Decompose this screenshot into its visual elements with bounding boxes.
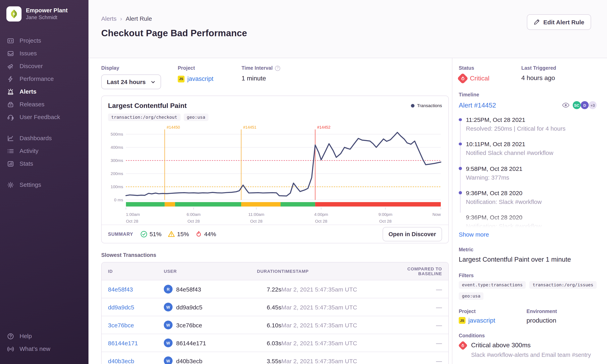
releases-icon xyxy=(7,101,14,108)
org-switcher[interactable]: Empower Plant Jane Schmidt xyxy=(0,6,88,22)
timestamp-value: Mar 2, 2021 5:47:35am UTC xyxy=(281,286,383,293)
content: Display Last 24 hours Project JS javascr… xyxy=(88,58,607,364)
sidebar-item-label: Releases xyxy=(20,101,44,108)
display-label: Display xyxy=(101,65,178,71)
svg-text:Oct 28: Oct 28 xyxy=(250,219,262,223)
warning-triangle-icon xyxy=(168,230,175,237)
avatar: W xyxy=(164,321,173,329)
metric-label: Metric xyxy=(459,247,597,253)
project-link[interactable]: javascript xyxy=(468,317,495,324)
legend-dot-icon xyxy=(411,104,415,107)
issues-icon xyxy=(7,50,14,57)
timeline-time: 9:58PM, Oct 28 2021 xyxy=(466,165,597,172)
breadcrumb-alerts-link[interactable]: Alerts xyxy=(101,15,117,22)
sidebar-item-label: What’s new xyxy=(20,345,50,352)
open-in-discover-button[interactable]: Open in Discover xyxy=(382,227,442,241)
timeline-participants: SC D +3 xyxy=(562,101,597,109)
sidebar-item-releases[interactable]: Releases xyxy=(0,98,88,111)
table-row: d40b3ecb Wd40b3ecb 3.55s Mar 2, 2021 5:4… xyxy=(102,352,448,364)
timeline-desc: Notification: Slack #workflow xyxy=(466,198,597,206)
svg-text:11:00am: 11:00am xyxy=(248,212,264,217)
summary-label: SUMMARY xyxy=(108,232,133,236)
chevron-down-icon xyxy=(150,79,155,84)
sidebar-item-label: Projects xyxy=(20,37,41,44)
help-circle-icon[interactable]: ? xyxy=(275,65,280,71)
project-link[interactable]: javascript xyxy=(187,75,214,82)
sidebar-item-help[interactable]: Help xyxy=(0,330,88,342)
slowest-transactions-table: ID USER DURATION TIMESTAMP COMPARED TO B… xyxy=(101,262,449,364)
chevron-right-icon: › xyxy=(120,15,122,22)
baseline-value: — xyxy=(383,286,442,293)
show-more-link[interactable]: Show more xyxy=(459,231,489,238)
user-name: 86144e171 xyxy=(176,339,206,346)
lcp-chart-card: Largest Contentful Paint transaction:/or… xyxy=(101,96,449,243)
app-root: Empower Plant Jane Schmidt Projects Issu… xyxy=(0,0,607,364)
environment-value: production xyxy=(526,317,557,324)
javascript-platform-icon: JS xyxy=(459,317,466,324)
svg-text:9:00pm: 9:00pm xyxy=(378,212,392,217)
duration-value: 6.10s xyxy=(243,322,281,328)
display-range-value: Last 24 hours xyxy=(107,78,146,85)
timeline-time: 9:36PM, Oct 28 2020 xyxy=(466,190,597,196)
timeline-desc: Notified Slack channel #workflow xyxy=(466,149,597,157)
display-range-dropdown[interactable]: Last 24 hours xyxy=(101,75,161,89)
duration-value: 6.03s xyxy=(243,339,281,346)
col-baseline: COMPARED TO BASELINE xyxy=(383,266,442,276)
sidebar-item-activity[interactable]: Activity xyxy=(0,144,88,157)
critical-fire-icon xyxy=(457,73,469,84)
condition-actions: Slack #workflow-alerts and Email team #s… xyxy=(471,351,597,358)
filter-pill: transaction:/org/issues xyxy=(529,281,597,288)
environment-label: Environment xyxy=(526,309,557,314)
user-name: 3ce76bce xyxy=(176,322,202,328)
svg-text:Oct 28: Oct 28 xyxy=(379,219,391,223)
sidebar-item-issues[interactable]: Issues xyxy=(0,47,88,60)
lcp-line-chart[interactable]: 0 ms100ms200ms300ms400ms500ms#14450#1445… xyxy=(108,122,442,225)
transaction-id-link[interactable]: d40b3ecb xyxy=(108,357,134,364)
user-name: dd9a9dc5 xyxy=(176,304,202,311)
conditions-label: Conditions xyxy=(459,333,597,338)
transaction-id-link[interactable]: dd9a9dc5 xyxy=(108,304,134,311)
org-name: Empower Plant xyxy=(26,7,68,14)
timeline-label: Timeline xyxy=(459,92,597,98)
sidebar-item-settings[interactable]: Settings xyxy=(0,178,88,191)
sidebar-item-label: Performance xyxy=(20,75,54,82)
sidebar-item-user-feedback[interactable]: User Feedback xyxy=(0,111,88,123)
avatar: W xyxy=(164,356,173,364)
sidebar-item-performance[interactable]: Performance xyxy=(0,73,88,85)
last-triggered-value: 4 hours ago xyxy=(521,75,556,82)
breadcrumb: Alerts › Alert Rule xyxy=(101,15,591,22)
main-area: Alerts › Alert Rule Checkout Page Bad Pe… xyxy=(88,0,607,364)
pencil-icon xyxy=(534,19,540,25)
edit-alert-rule-button[interactable]: Edit Alert Rule xyxy=(527,14,591,30)
performance-icon xyxy=(7,76,14,82)
duration-value: 6.45s xyxy=(243,304,281,311)
transaction-id-link[interactable]: 3ce76bce xyxy=(108,322,134,328)
projects-icon xyxy=(7,37,14,44)
filter-pill: geo:usa xyxy=(459,292,484,300)
sidebar-item-dashboards[interactable]: Dashboards xyxy=(0,132,88,144)
sidebar-item-whats-new[interactable]: What’s new xyxy=(0,342,88,355)
sidebar-item-stats[interactable]: Stats xyxy=(0,157,88,170)
alert-number-link[interactable]: Alert #14452 xyxy=(459,101,496,109)
sidebar-item-discover[interactable]: Discover xyxy=(0,60,88,73)
svg-text:6:00am: 6:00am xyxy=(187,212,201,217)
summary-warning-value: 15% xyxy=(177,231,189,237)
org-user: Jane Schmidt xyxy=(26,14,68,21)
sidebar-item-alerts[interactable]: Alerts xyxy=(0,85,88,98)
svg-text:4:00pm: 4:00pm xyxy=(314,212,328,217)
transaction-id-link[interactable]: 86144e171 xyxy=(108,339,138,346)
baseline-value: — xyxy=(383,339,442,346)
timeline-desc: Warning: 377ms xyxy=(466,173,597,182)
sidebar-item-projects[interactable]: Projects xyxy=(0,34,88,47)
time-interval-value: 1 minute xyxy=(242,75,280,82)
col-timestamp: TIMESTAMP xyxy=(281,269,383,273)
project-label: Project xyxy=(459,309,526,314)
transaction-id-link[interactable]: 84e58f43 xyxy=(108,286,133,293)
gear-icon xyxy=(7,182,14,188)
legend-item-transactions[interactable]: Transactions xyxy=(411,102,442,109)
javascript-platform-icon: JS xyxy=(178,76,185,82)
timestamp-value: Mar 2, 2021 5:47:35am UTC xyxy=(281,304,383,311)
summary-warning: 15% xyxy=(168,230,189,237)
dashboards-icon xyxy=(7,135,14,142)
summary-ok: 51% xyxy=(140,230,162,237)
